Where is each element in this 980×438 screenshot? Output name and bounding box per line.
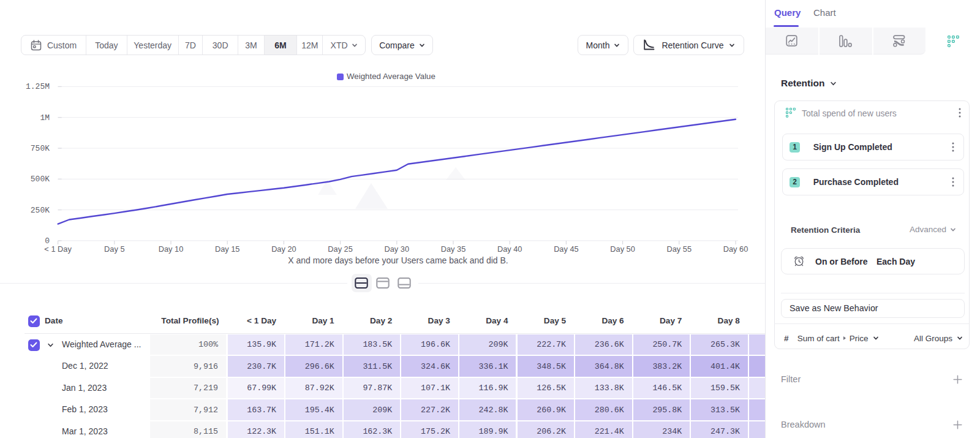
svg-text:Day 35: Day 35 [441, 244, 466, 254]
svg-text:Day 40: Day 40 [497, 244, 522, 254]
svg-text:Day 20: Day 20 [271, 244, 296, 254]
svg-text:Day 15: Day 15 [215, 244, 240, 254]
svg-text:250K: 250K [31, 206, 50, 215]
svg-text:X and more days before your Us: X and more days before your Users came b… [288, 255, 508, 265]
svg-text:Day 5: Day 5 [104, 244, 124, 254]
svg-text:Day 10: Day 10 [159, 244, 184, 254]
svg-text:750K: 750K [31, 144, 50, 153]
svg-text:Day 45: Day 45 [554, 244, 579, 254]
svg-text:Day 25: Day 25 [328, 244, 353, 254]
svg-text:500K: 500K [31, 175, 50, 184]
svg-text:< 1 Day: < 1 Day [44, 244, 72, 254]
svg-text:Day 30: Day 30 [385, 244, 410, 254]
svg-text:Day 60: Day 60 [723, 244, 748, 254]
svg-text:1.25M: 1.25M [26, 82, 50, 91]
svg-text:Day 50: Day 50 [610, 244, 635, 254]
svg-text:1M: 1M [40, 113, 50, 123]
svg-text:Day 55: Day 55 [667, 244, 692, 254]
